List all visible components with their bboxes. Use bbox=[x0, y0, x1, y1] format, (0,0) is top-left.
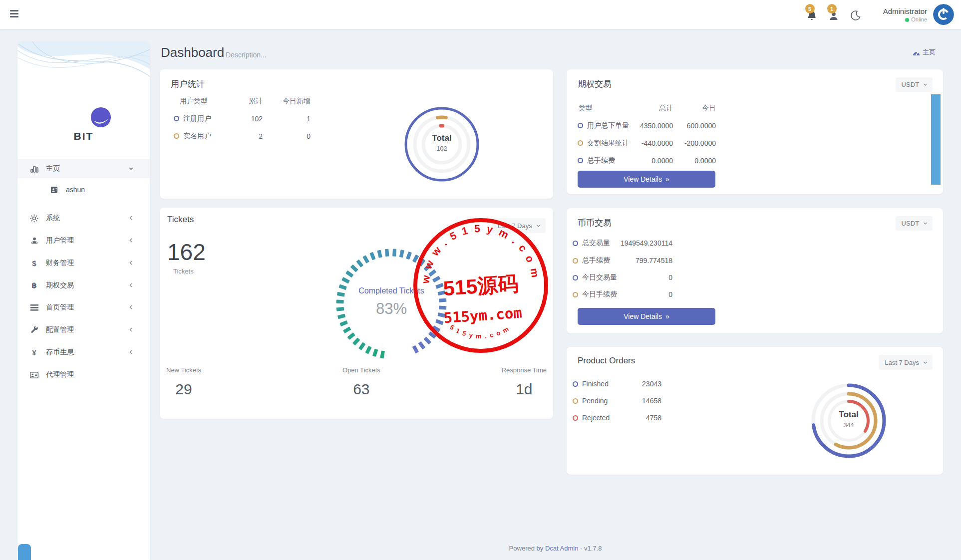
row-marker bbox=[573, 258, 578, 264]
dcat-admin-link[interactable]: Dcat Admin bbox=[545, 545, 578, 552]
stat-row: Finished 23043 bbox=[573, 380, 661, 388]
donut-center-label: Total 344 bbox=[819, 410, 879, 429]
sidebar-item-system[interactable]: 系统 bbox=[17, 209, 150, 228]
sidebar-item-options-trade[interactable]: ฿ 期权交易 bbox=[17, 276, 150, 295]
card-title: 币币交易 bbox=[578, 217, 612, 229]
row-marker bbox=[174, 116, 179, 121]
user-name: Administrator bbox=[883, 7, 927, 15]
row-marker bbox=[174, 133, 179, 139]
notifications-bell-button[interactable]: 5 bbox=[805, 8, 818, 21]
user-badge: 1 bbox=[827, 4, 837, 13]
stat-block: Open Tickets 63 bbox=[342, 366, 380, 398]
vertical-scrollbar-thumb[interactable] bbox=[931, 94, 941, 185]
bitcoin-icon: ฿ bbox=[30, 281, 38, 290]
user-stats-card: 用户统计 用户类型 累计 今日新增 注册用户 102 1 实名用户 2 0 To… bbox=[160, 69, 553, 199]
sidebar-item-deposit-interest[interactable]: ¥ 存币生息 bbox=[17, 343, 150, 362]
brand-logo-icon bbox=[90, 107, 111, 128]
version: v1.7.8 bbox=[584, 545, 602, 552]
col-header: 类型 bbox=[573, 104, 640, 113]
moon-icon bbox=[850, 10, 861, 21]
sidebar-item-config[interactable]: 配置管理 bbox=[17, 320, 150, 339]
page-title: Dashboard bbox=[161, 45, 224, 60]
coin-trade-card: 币币交易 USDT 总交易量 1949549.230114 总手续费 799.7… bbox=[567, 208, 943, 333]
user-status: Online bbox=[911, 16, 927, 22]
waves-decoration bbox=[17, 41, 150, 116]
breadcrumb-label: 主页 bbox=[923, 48, 936, 57]
svg-text:515ym.com: 515ym.com bbox=[449, 323, 513, 340]
sidebar-item-homepage-manage[interactable]: 首页管理 bbox=[17, 298, 150, 317]
user-icon bbox=[30, 237, 38, 245]
stat-row: Rejected 4758 bbox=[573, 414, 661, 422]
sidebar: BIT 主页 ashun 系统 bbox=[17, 41, 150, 560]
currency-select[interactable]: USDT bbox=[896, 77, 933, 92]
corner-scroll-button[interactable] bbox=[18, 544, 31, 560]
contact-card-icon bbox=[50, 186, 58, 194]
sidebar-item-finance[interactable]: $ 财务管理 bbox=[17, 254, 150, 273]
user-info[interactable]: Administrator Online bbox=[883, 7, 927, 22]
stat-row: Pending 14658 bbox=[573, 397, 661, 405]
chevron-left-icon bbox=[128, 349, 134, 355]
row-marker bbox=[573, 241, 578, 246]
table-row: 用户总下单量 4350.0000 600.0000 bbox=[573, 117, 716, 134]
row-marker bbox=[573, 381, 578, 387]
chevron-down-icon bbox=[923, 360, 928, 365]
sidebar-item-ashun[interactable]: ashun bbox=[17, 180, 150, 199]
donut-center-label: Total 102 bbox=[412, 133, 472, 152]
chevron-down-icon bbox=[128, 166, 134, 171]
view-details-button[interactable]: View Details » bbox=[578, 171, 715, 188]
chevron-left-icon bbox=[128, 282, 134, 288]
chevron-left-icon bbox=[128, 215, 134, 221]
row-marker bbox=[573, 415, 578, 421]
stat-row: 总手续费 799.774518 bbox=[573, 256, 672, 265]
bell-badge: 5 bbox=[805, 4, 815, 13]
menu-toggle-icon[interactable] bbox=[10, 10, 18, 17]
logo-area: BIT bbox=[17, 41, 150, 116]
page-subtitle: Description... bbox=[226, 51, 267, 59]
row-marker bbox=[573, 275, 578, 280]
col-header: 今日 bbox=[673, 104, 716, 113]
avatar[interactable] bbox=[933, 4, 954, 25]
footer: Powered by Dcat Admin · v1.7.8 bbox=[150, 545, 961, 552]
bars-icon bbox=[30, 303, 38, 312]
row-marker bbox=[578, 140, 583, 146]
col-header: 用户类型 bbox=[167, 97, 232, 106]
stamp-bottom-arc-text: 515ym.com bbox=[449, 323, 513, 340]
address-card-icon bbox=[30, 371, 38, 379]
tickets-stats-row: New Tickets 29 Open Tickets 63 Response … bbox=[166, 366, 547, 398]
range-select[interactable]: Last 7 Days bbox=[879, 355, 933, 370]
double-chevron-right-icon: » bbox=[665, 312, 669, 320]
stat-block: Response Time 1d bbox=[502, 366, 547, 398]
watermark-stamp: www.515ym.com 515源码 515ym.com 515ym.com bbox=[411, 213, 551, 359]
card-title: Product Orders bbox=[578, 356, 635, 366]
sidebar-item-agents[interactable]: 代理管理 bbox=[17, 365, 150, 384]
user-notifications-button[interactable]: 1 bbox=[827, 8, 840, 21]
stat-row: 总交易量 1949549.230114 bbox=[573, 239, 672, 248]
view-details-button[interactable]: View Details » bbox=[578, 308, 715, 325]
tickets-total: 162 bbox=[167, 239, 206, 266]
option-trade-table: 类型 总计 今日 用户总下单量 4350.0000 600.0000 交割结果统… bbox=[573, 99, 716, 169]
stat-block: New Tickets 29 bbox=[166, 366, 201, 398]
dark-mode-toggle[interactable] bbox=[849, 8, 862, 21]
table-row: 交割结果统计 -440.0000 -200.0000 bbox=[573, 134, 716, 152]
top-bar: 5 1 Administrator Online bbox=[0, 0, 961, 29]
sidebar-item-users[interactable]: 用户管理 bbox=[17, 231, 150, 250]
chevron-left-icon bbox=[128, 304, 134, 310]
table-row: 总手续费 0.0000 0.0000 bbox=[573, 152, 716, 169]
currency-select[interactable]: USDT bbox=[896, 216, 933, 231]
yen-icon: ¥ bbox=[30, 348, 38, 357]
breadcrumb[interactable]: 主页 bbox=[913, 48, 936, 57]
col-header: 今日新增 bbox=[263, 97, 311, 106]
sidebar-item-home[interactable]: 主页 bbox=[17, 159, 150, 178]
gear-icon bbox=[30, 214, 38, 223]
chevron-down-icon bbox=[923, 221, 928, 226]
stamp-title: 515源码 bbox=[442, 272, 519, 300]
row-marker bbox=[573, 398, 578, 404]
table-row: 实名用户 2 0 bbox=[167, 127, 311, 145]
double-chevron-right-icon: » bbox=[665, 175, 669, 183]
card-title: 用户统计 bbox=[171, 78, 205, 90]
col-header: 累计 bbox=[232, 97, 263, 106]
row-marker bbox=[578, 123, 583, 128]
user-stats-table: 用户类型 累计 今日新增 注册用户 102 1 实名用户 2 0 bbox=[167, 92, 311, 145]
chevron-left-icon bbox=[128, 238, 134, 243]
online-dot-icon bbox=[905, 18, 909, 22]
